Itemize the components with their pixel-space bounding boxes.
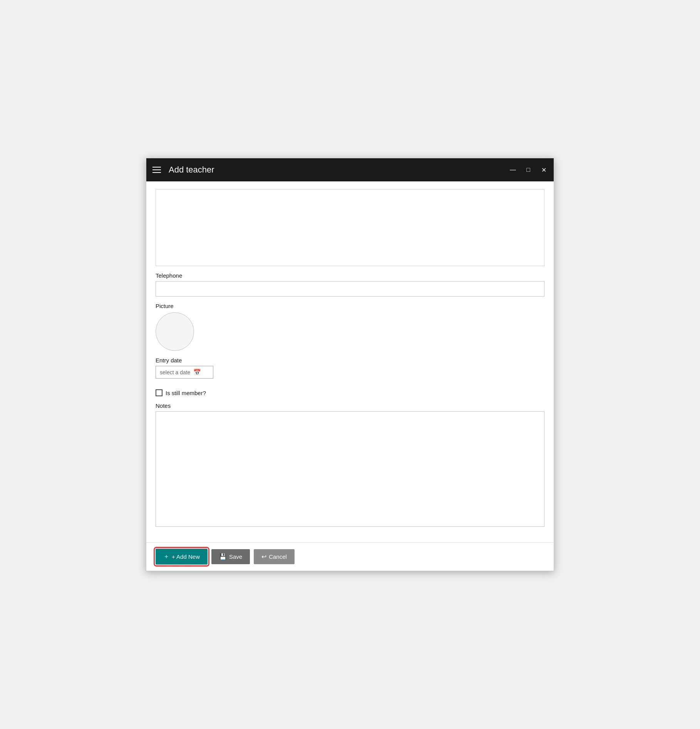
footer-bar: ＋ + Add New 💾 Save ↩ Cancel (146, 542, 554, 571)
save-label: Save (229, 553, 242, 560)
hamburger-menu-icon[interactable] (152, 167, 161, 173)
minimize-button[interactable]: — (509, 166, 517, 173)
entry-date-picker[interactable]: select a date 📅 (156, 366, 213, 379)
picture-upload-circle[interactable] (156, 312, 194, 351)
entry-date-label: Entry date (156, 357, 544, 364)
add-new-button[interactable]: ＋ + Add New (156, 549, 208, 565)
picture-label: Picture (156, 303, 544, 309)
titlebar: Add teacher — □ ✕ (146, 158, 554, 181)
app-window: Add teacher — □ ✕ Telephone Picture Entr… (146, 158, 554, 571)
scrolled-top-content (156, 189, 544, 266)
is-still-member-label: Is still member? (166, 390, 206, 396)
cancel-icon: ↩ (261, 553, 266, 560)
window-controls: — □ ✕ (509, 166, 548, 174)
cancel-label: Cancel (269, 553, 287, 560)
date-picker-text: select a date (160, 369, 190, 375)
content-area: Telephone Picture Entry date select a da… (146, 181, 554, 542)
close-button[interactable]: ✕ (540, 166, 548, 174)
add-new-icon: ＋ (163, 553, 169, 561)
maximize-button[interactable]: □ (524, 166, 532, 173)
add-new-label: + Add New (172, 553, 200, 560)
notes-field-group: Notes (156, 402, 544, 528)
telephone-label: Telephone (156, 272, 544, 279)
telephone-field-group: Telephone (156, 272, 544, 297)
page-title: Add teacher (169, 165, 509, 175)
telephone-input[interactable] (156, 281, 544, 297)
save-button[interactable]: 💾 Save (211, 549, 250, 564)
notes-textarea[interactable] (156, 411, 544, 527)
notes-label: Notes (156, 402, 544, 409)
is-still-member-row: Is still member? (156, 389, 544, 396)
calendar-icon: 📅 (193, 369, 201, 376)
save-icon: 💾 (219, 553, 227, 560)
is-still-member-checkbox[interactable] (156, 389, 162, 396)
entry-date-field-group: Entry date select a date 📅 (156, 357, 544, 379)
cancel-button[interactable]: ↩ Cancel (254, 549, 295, 564)
picture-field-group: Picture (156, 303, 544, 351)
